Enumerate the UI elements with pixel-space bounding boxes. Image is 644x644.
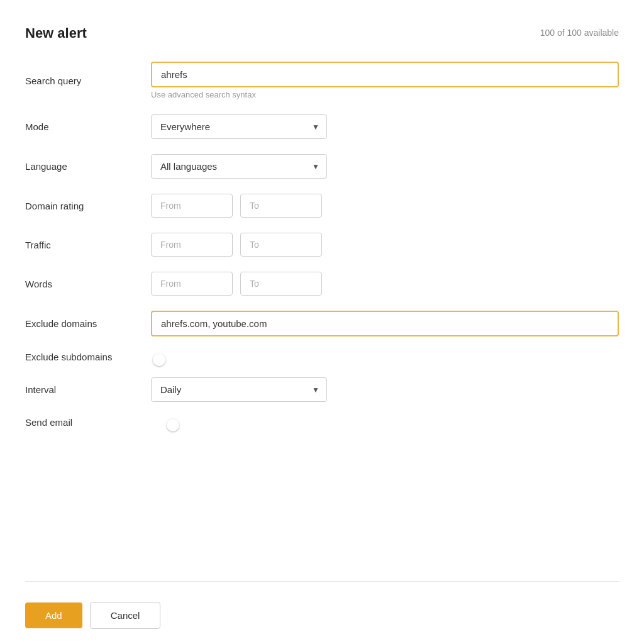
page-title: New alert <box>25 25 87 42</box>
mode-row: Mode Everywhere In title In URL In body … <box>25 114 619 139</box>
exclude-domains-control <box>151 311 619 336</box>
traffic-label: Traffic <box>25 240 151 250</box>
search-query-hint: Use advanced search syntax <box>151 90 619 99</box>
domain-rating-to-input[interactable] <box>240 194 322 218</box>
domain-rating-label: Domain rating <box>25 201 151 211</box>
domain-rating-from-input[interactable] <box>151 194 233 218</box>
traffic-row: Traffic <box>25 233 619 257</box>
words-label: Words <box>25 279 151 289</box>
domain-rating-control <box>151 194 619 218</box>
interval-select-wrapper: Daily Weekly Monthly ▼ <box>151 377 327 402</box>
domain-rating-row: Domain rating <box>25 194 619 218</box>
search-query-input[interactable] <box>151 62 619 87</box>
exclude-domains-input[interactable] <box>151 311 619 336</box>
form-section: Search query Use advanced search syntax … <box>25 62 619 576</box>
exclude-subdomains-row: Exclude subdomains <box>25 352 619 362</box>
language-control: All languages English Spanish French ▼ <box>151 154 619 179</box>
words-from-input[interactable] <box>151 272 233 296</box>
cancel-button[interactable]: Cancel <box>90 602 161 629</box>
traffic-control <box>151 233 619 257</box>
language-select[interactable]: All languages English Spanish French <box>151 154 327 179</box>
search-query-row: Search query Use advanced search syntax <box>25 62 619 99</box>
footer-divider <box>25 581 619 582</box>
page-header: New alert 100 of 100 available <box>25 25 619 42</box>
exclude-domains-row: Exclude domains <box>25 311 619 336</box>
available-count: 100 of 100 available <box>540 28 619 38</box>
send-email-control <box>151 417 619 428</box>
send-email-knob <box>167 419 179 431</box>
exclude-subdomains-control <box>151 352 619 362</box>
traffic-from-input[interactable] <box>151 233 233 257</box>
words-to-input[interactable] <box>240 272 322 296</box>
language-row: Language All languages English Spanish F… <box>25 154 619 179</box>
page-container: New alert 100 of 100 available Search qu… <box>0 0 644 644</box>
search-query-control: Use advanced search syntax <box>151 62 619 99</box>
interval-select[interactable]: Daily Weekly Monthly <box>151 377 327 402</box>
send-email-label: Send email <box>25 417 151 428</box>
language-select-wrapper: All languages English Spanish French ▼ <box>151 154 327 179</box>
words-range <box>151 272 619 296</box>
words-row: Words <box>25 272 619 296</box>
send-email-row: Send email <box>25 417 619 428</box>
interval-row: Interval Daily Weekly Monthly ▼ <box>25 377 619 402</box>
interval-label: Interval <box>25 384 151 395</box>
add-button[interactable]: Add <box>25 602 82 628</box>
mode-label: Mode <box>25 121 151 132</box>
exclude-subdomains-knob <box>153 353 165 366</box>
exclude-subdomains-label: Exclude subdomains <box>25 352 151 362</box>
words-control <box>151 272 619 296</box>
interval-control: Daily Weekly Monthly ▼ <box>151 377 619 402</box>
mode-select[interactable]: Everywhere In title In URL In body <box>151 114 327 139</box>
search-query-label: Search query <box>25 75 151 86</box>
form-footer: Add Cancel <box>25 587 619 644</box>
traffic-range <box>151 233 619 257</box>
exclude-domains-label: Exclude domains <box>25 318 151 329</box>
language-label: Language <box>25 161 151 172</box>
domain-rating-range <box>151 194 619 218</box>
mode-control: Everywhere In title In URL In body ▼ <box>151 114 619 139</box>
traffic-to-input[interactable] <box>240 233 322 257</box>
mode-select-wrapper: Everywhere In title In URL In body ▼ <box>151 114 327 139</box>
